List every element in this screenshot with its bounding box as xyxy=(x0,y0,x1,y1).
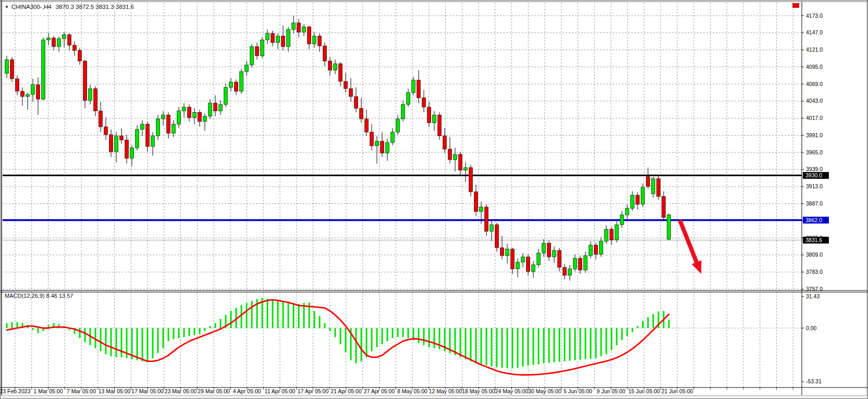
svg-text:24 May 05:00: 24 May 05:00 xyxy=(495,388,529,394)
svg-text:4147.0: 4147.0 xyxy=(806,29,823,35)
svg-text:5 Jun 05:00: 5 Jun 05:00 xyxy=(564,388,592,394)
svg-text:12 May 05:00: 12 May 05:00 xyxy=(429,388,462,394)
svg-text:21 Apr 05:00: 21 Apr 05:00 xyxy=(331,388,362,394)
svg-text:11 Apr 05:00: 11 Apr 05:00 xyxy=(265,388,296,394)
chart-title: ▼CHINA300-,H43870.3 3872.5 3831.3 3831.6 xyxy=(5,4,134,10)
svg-text:4 Apr 05:00: 4 Apr 05:00 xyxy=(233,388,261,394)
svg-text:15 Jun 05:00: 15 Jun 05:00 xyxy=(628,388,660,394)
svg-text:7 Mar 05:00: 7 Mar 05:00 xyxy=(67,388,96,394)
svg-text:3831.6: 3831.6 xyxy=(805,237,822,243)
candlestick-series xyxy=(5,16,671,281)
svg-text:18 May 05:00: 18 May 05:00 xyxy=(462,388,495,394)
svg-text:3862.0: 3862.0 xyxy=(805,217,822,223)
svg-text:17 Mar 05:00: 17 Mar 05:00 xyxy=(131,388,164,394)
svg-text:13 Mar 05:00: 13 Mar 05:00 xyxy=(99,388,131,394)
ohlc-values-label: 3870.3 3872.5 3831.3 3831.6 xyxy=(56,4,134,10)
svg-text:29 Mar 05:00: 29 Mar 05:00 xyxy=(198,388,230,394)
svg-text:4095.0: 4095.0 xyxy=(806,64,823,70)
symbol-dropdown-icon: ▼ xyxy=(5,5,9,9)
svg-text:4173.0: 4173.0 xyxy=(806,13,823,19)
svg-text:9 Jun 05:00: 9 Jun 05:00 xyxy=(597,388,626,394)
panel-splitter[interactable] xyxy=(1,291,867,292)
chart-window: 4173.04147.04121.04095.04069.04043.04017… xyxy=(0,0,868,399)
svg-text:27 Apr 05:00: 27 Apr 05:00 xyxy=(364,388,395,394)
svg-text:3809.0: 3809.0 xyxy=(806,251,823,258)
svg-text:4017.0: 4017.0 xyxy=(806,115,823,121)
corner-red-marker xyxy=(792,3,799,8)
svg-text:31.43: 31.43 xyxy=(806,293,820,299)
svg-text:23 Mar 05:00: 23 Mar 05:00 xyxy=(165,388,197,394)
svg-text:0.00: 0.00 xyxy=(806,325,817,331)
svg-text:-53.31: -53.31 xyxy=(806,378,822,384)
macd-indicator xyxy=(7,298,669,375)
svg-text:3913.0: 3913.0 xyxy=(806,183,823,189)
svg-text:8 May 05:00: 8 May 05:00 xyxy=(397,388,427,394)
macd-axis[interactable]: 31.430.00-53.31 xyxy=(802,293,822,385)
svg-text:3965.0: 3965.0 xyxy=(806,149,823,155)
svg-text:3939.0: 3939.0 xyxy=(806,166,823,172)
svg-text:4121.0: 4121.0 xyxy=(806,46,823,53)
svg-text:30 May 05:00: 30 May 05:00 xyxy=(528,388,561,394)
svg-text:17 Apr 05:00: 17 Apr 05:00 xyxy=(298,388,329,394)
symbol-period-label: CHINA300-,H4 xyxy=(11,4,52,10)
svg-text:3887.0: 3887.0 xyxy=(806,200,823,207)
svg-text:3991.0: 3991.0 xyxy=(806,132,823,138)
svg-text:4043.0: 4043.0 xyxy=(806,98,823,104)
svg-text:3757.0: 3757.0 xyxy=(806,286,823,292)
svg-text:4069.0: 4069.0 xyxy=(806,81,823,87)
chart-canvas[interactable]: 4173.04147.04121.04095.04069.04043.04017… xyxy=(1,1,868,399)
svg-text:1 Mar 05:00: 1 Mar 05:00 xyxy=(33,388,63,394)
down-arrow-annotation[interactable] xyxy=(680,220,701,274)
time-axis[interactable]: 23 Feb 20231 Mar 05:007 Mar 05:0013 Mar … xyxy=(1,388,793,394)
svg-text:3930.0: 3930.0 xyxy=(805,172,822,178)
svg-text:3783.0: 3783.0 xyxy=(806,269,823,275)
svg-text:23 Feb 2023: 23 Feb 2023 xyxy=(1,388,31,394)
svg-text:21 Jun 05:00: 21 Jun 05:00 xyxy=(662,388,693,394)
price-axis[interactable]: 4173.04147.04121.04095.04069.04043.04017… xyxy=(802,13,823,292)
macd-indicator-label: MACD(12,26,9) 8.46 13.57 xyxy=(5,293,73,299)
